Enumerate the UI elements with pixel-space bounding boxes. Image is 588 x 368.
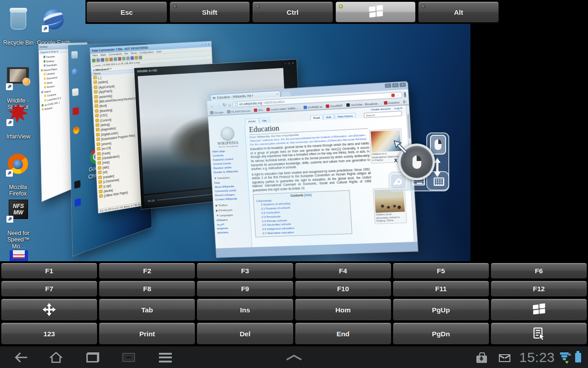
key-f2[interactable]: F2 — [99, 263, 195, 279]
numpad-button[interactable] — [430, 173, 447, 190]
key-f11[interactable]: F11 — [393, 281, 489, 297]
wiki-section-toolbox[interactable]: ▶ Toolbox — [215, 203, 248, 207]
tab-read[interactable]: Read — [310, 115, 323, 120]
bookmark-star-icon[interactable]: ☆ — [396, 92, 400, 97]
key-tab[interactable]: Tab — [99, 299, 195, 321]
key-f4[interactable]: F4 — [295, 263, 391, 279]
remote-desktop-wallpaper[interactable]: Recycle Bin ↗ Google Earth ↗ Wildlife - … — [0, 0, 470, 262]
tc-menu-item[interactable]: Commands — [109, 52, 122, 56]
key-f8[interactable]: F8 — [99, 281, 195, 297]
wikipedia-wordmark: WIKIPEDIA The Free Encyclopedia — [212, 140, 244, 149]
tc-menu-item[interactable]: Start — [156, 50, 161, 53]
tc-menu-item[interactable]: Show — [130, 52, 137, 55]
cancel-x-icon[interactable]: x — [394, 156, 397, 163]
desktop-icon-firefox[interactable]: ↗ Mozilla Firefox — [0, 147, 36, 197]
back-button[interactable] — [11, 346, 31, 368]
key-f3[interactable]: F3 — [197, 263, 293, 279]
home-button[interactable] — [46, 346, 66, 368]
status-clock[interactable]: 15:23 — [517, 346, 557, 368]
wrench-menu-icon[interactable] — [404, 92, 406, 97]
close-button[interactable]: × — [399, 82, 406, 87]
bookmark-item[interactable]: KURIER.at — [304, 104, 322, 109]
tc-menu-item[interactable]: Net — [124, 52, 128, 55]
wikipedia-globe-logo[interactable] — [220, 126, 235, 141]
bookmark-item[interactable]: IP's — [254, 108, 263, 112]
key-ins[interactable]: Ins — [197, 299, 293, 321]
tc-menu-item[interactable]: Configuration — [139, 51, 154, 54]
desktop-icon-google-earth[interactable]: ↗ Google Earth — [36, 3, 72, 46]
network-status-icon[interactable] — [558, 346, 571, 368]
download-status-icon[interactable] — [473, 346, 490, 368]
bookmarks-overflow-icon[interactable]: » — [404, 100, 407, 103]
tab-view-history[interactable]: View history — [334, 113, 356, 119]
wiki-section-print[interactable]: ▶ Print/export — [216, 208, 249, 212]
key-end[interactable]: End — [295, 322, 391, 345]
key-shift[interactable]: Shift — [170, 1, 250, 23]
recent-apps-button[interactable] — [83, 346, 103, 368]
key-f7[interactable]: F7 — [1, 281, 97, 297]
key-pgup[interactable]: PgUp — [393, 299, 489, 321]
figure-elementary-school[interactable]: Children at an elementary school in Xinj… — [373, 187, 407, 224]
window-chrome-wikipedia[interactable]: W Education - Wikipedia, the f × – □ × ←… — [207, 81, 418, 258]
key-hom[interactable]: Hom — [295, 299, 391, 321]
tab-edit[interactable]: Edit — [323, 114, 334, 119]
desktop-icon-nfs[interactable]: NFS MW↗ Need for Speed™ Mo... — [0, 193, 36, 250]
window-controls[interactable]: – □ × — [201, 43, 210, 46]
key-print[interactable]: Print — [99, 322, 195, 345]
tab-article[interactable]: Article — [245, 118, 259, 124]
bookmark-item[interactable]: Google — [210, 110, 223, 115]
maximize-button[interactable]: □ — [392, 83, 398, 87]
shortcut-arrow-icon: ↗ — [6, 216, 13, 223]
mail-status-icon[interactable] — [496, 346, 513, 368]
right-click-button[interactable] — [430, 135, 446, 155]
wiki-section-languages[interactable]: ▼ Languages — [216, 213, 249, 217]
wiki-nav-link[interactable]: Donate to Wikipedia — [214, 169, 246, 174]
create-account-link[interactable]: Create account — [371, 107, 390, 111]
bookmark-item[interactable]: FreeRDP — [326, 104, 343, 108]
key-f5[interactable]: F5 — [393, 263, 489, 279]
login-link[interactable]: Log in — [395, 106, 402, 109]
wiki-nav-link[interactable]: Contact Wikipedia — [215, 196, 248, 202]
key-context-menu[interactable] — [491, 322, 587, 345]
bookmark-item[interactable]: YouTube - Broadcas... — [346, 101, 380, 106]
key-arrows[interactable] — [1, 299, 97, 321]
key-del[interactable]: Del — [197, 322, 293, 345]
window-controls[interactable]: – □ × — [285, 62, 294, 65]
bookmark-item[interactable]: busybox — [384, 100, 400, 104]
extension-icon[interactable] — [391, 93, 395, 97]
desktop-icon-irfanview[interactable]: ↗ IrfanView — [0, 97, 36, 140]
home-icon[interactable]: ⌂ — [228, 102, 232, 107]
menu-button[interactable] — [155, 346, 175, 368]
key-esc[interactable]: Esc — [86, 1, 167, 23]
new-tab-button[interactable] — [282, 91, 291, 97]
tc-menu-item[interactable]: Files — [92, 54, 98, 57]
key-f12[interactable]: F12 — [491, 281, 587, 297]
minimize-button[interactable]: – — [385, 83, 391, 88]
tc-menu-item[interactable]: Mark — [100, 53, 106, 57]
toc-hide-link[interactable]: [hide] — [304, 193, 312, 196]
mini-irfanview-icon — [73, 107, 79, 115]
key-ctrl[interactable]: Ctrl — [252, 1, 333, 23]
reload-icon[interactable]: ↻ — [222, 102, 226, 107]
battery-status-icon[interactable] — [571, 346, 583, 368]
key-alt[interactable]: Alt — [418, 1, 499, 23]
key-windows-2[interactable] — [491, 299, 587, 321]
key-f9[interactable]: F9 — [197, 281, 293, 297]
back-icon[interactable]: ← — [209, 103, 215, 109]
key-windows[interactable] — [335, 1, 416, 23]
wiki-section-interaction[interactable]: ▼ Interaction — [214, 175, 247, 179]
bookmark-item[interactable]: FLASH Demos — [227, 109, 250, 113]
wiki-language-link[interactable]: asturianu — [217, 230, 250, 235]
forward-icon[interactable]: → — [216, 103, 221, 108]
key-f10[interactable]: F10 — [295, 281, 391, 297]
key-f1[interactable]: F1 — [1, 263, 97, 279]
tab-talk[interactable]: Talk — [259, 118, 270, 123]
hide-keyboard-button[interactable] — [283, 346, 305, 368]
key-pgdn[interactable]: PgDn — [393, 322, 489, 345]
tab-close-icon[interactable]: × — [276, 92, 278, 96]
screenshot-button[interactable] — [119, 346, 139, 368]
key-f6[interactable]: F6 — [491, 263, 587, 279]
bookmark-item[interactable]: movie trailer 1080p -... — [266, 106, 300, 111]
key-123[interactable]: 123 — [1, 322, 97, 345]
desktop-icon-recycle-bin[interactable]: Recycle Bin — [0, 3, 36, 46]
